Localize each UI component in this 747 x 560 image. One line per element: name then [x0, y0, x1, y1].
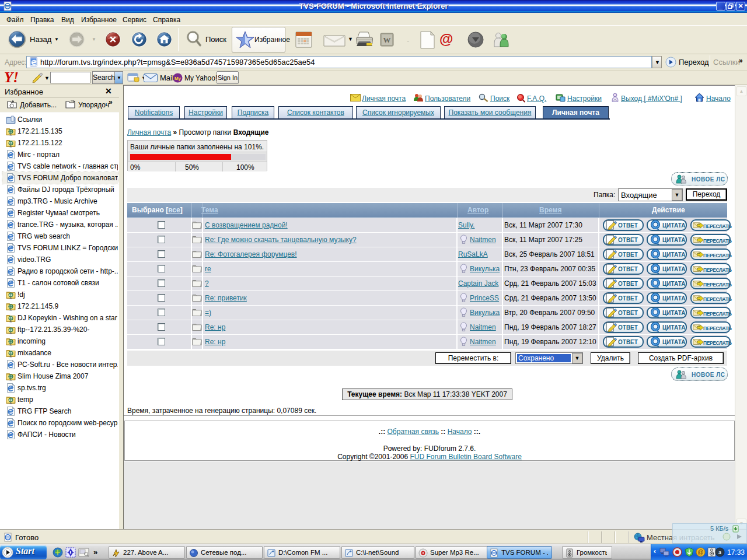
svg-text:a: a [718, 549, 721, 555]
svg-text:W: W [383, 36, 391, 44]
svg-text:@: @ [698, 549, 704, 555]
svg-text:My: My [174, 76, 181, 81]
